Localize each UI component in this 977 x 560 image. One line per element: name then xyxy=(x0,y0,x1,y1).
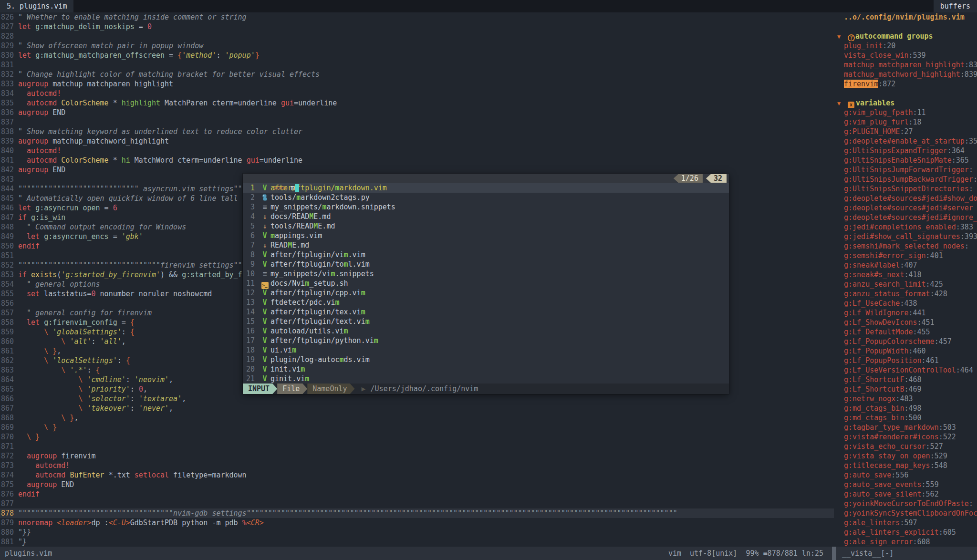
code-line-832[interactable]: 832" Change highlight color of matching … xyxy=(0,70,834,79)
code-line-829[interactable]: 829" Show offscreen match pair in popup … xyxy=(0,41,834,51)
code-line-831[interactable]: 831 xyxy=(0,60,834,70)
code-line-841[interactable]: 841 autocmd ColorScheme * hi MatchWord c… xyxy=(0,156,834,165)
file-result-15[interactable]: 15Vafter/ftplugin/text.vim xyxy=(243,317,729,326)
code-line-879[interactable]: 879nnoremap <leader>dp :<C-U>GdbStartPDB… xyxy=(0,518,834,528)
code-line-874[interactable]: 874 autocmd BufEnter *.txt setlocal file… xyxy=(0,470,834,480)
code-line-872[interactable]: 872 augroup firenvim xyxy=(0,451,834,461)
tab-plugins-vim[interactable]: 5. plugins.vim xyxy=(0,0,73,12)
code-line-866[interactable]: 866 \ 'selector': 'textarea', xyxy=(0,394,834,404)
code-line-842[interactable]: 842augroup END xyxy=(0,165,834,175)
code-line-870[interactable]: 870 \ } xyxy=(0,432,834,442)
code-line-880[interactable]: 880"}} xyxy=(0,528,834,537)
sidebar-item-g:UltiSnipsEnableSnipMate[interactable]: g:UltiSnipsEnableSnipMate:365 xyxy=(836,156,977,165)
sidebar-item-g:vista_stay_on_open[interactable]: g:vista_stay_on_open:529 xyxy=(836,451,977,461)
sidebar-item-g:deoplete#sources#jedi#server_timeout[interactable]: g:deoplete#sources#jedi#server_timeout: xyxy=(836,203,977,213)
sidebar-group-autocommand-groups[interactable]: ▼?autocommand groups xyxy=(836,31,977,41)
sidebar-item-g:yoinkMoveCursorToEndOfPaste[interactable]: g:yoinkMoveCursorToEndOfPaste: xyxy=(836,499,977,508)
code-line-836[interactable]: 836augroup END xyxy=(0,108,834,117)
sidebar-item-g:Lf_DefaultMode[interactable]: g:Lf_DefaultMode:455 xyxy=(836,327,977,337)
code-line-839[interactable]: 839augroup matchup_matchword_highlight xyxy=(0,136,834,146)
sidebar-item-g:auto_save_silent[interactable]: g:auto_save_silent:562 xyxy=(836,489,977,499)
sidebar-item-matchup_matchword_highlight[interactable]: matchup_matchword_highlight:839 xyxy=(836,70,977,79)
sidebar-item-g:anzu_status_format[interactable]: g:anzu_status_format:428 xyxy=(836,289,977,299)
sidebar-item-g:Lf_PopupPosition[interactable]: g:Lf_PopupPosition:461 xyxy=(836,356,977,365)
sidebar-item-g:UltiSnipsJumpForwardTrigger[interactable]: g:UltiSnipsJumpForwardTrigger: xyxy=(836,165,977,175)
sidebar-item-g:UltiSnipsSnippetDirectories[interactable]: g:UltiSnipsSnippetDirectories: xyxy=(836,184,977,194)
code-line-840[interactable]: 840 autocmd! xyxy=(0,146,834,156)
sidebar-item-g:ale_linters_explicit[interactable]: g:ale_linters_explicit:605 xyxy=(836,528,977,537)
file-result-12[interactable]: 12Vafter/ftplugin/cpp.vim xyxy=(243,288,729,298)
sidebar-item-g:auto_save[interactable]: g:auto_save:556 xyxy=(836,470,977,480)
sidebar-group-variables[interactable]: ▼xvariables xyxy=(836,98,977,108)
code-line-827[interactable]: 827let g:matchup_delim_noskips = 0 xyxy=(0,22,834,31)
sidebar-item-matchup_matchparen_highlight[interactable]: matchup_matchparen_highlight:833 xyxy=(836,60,977,70)
file-result-11[interactable]: 11>_docs/Nvim_setup.sh xyxy=(243,279,729,288)
file-result-4[interactable]: 4↓docs/README.md xyxy=(243,212,729,221)
file-result-13[interactable]: 13Vftdetect/pdc.vim xyxy=(243,298,729,307)
file-result-16[interactable]: 16Vautoload/utils.vim xyxy=(243,326,729,336)
sidebar-item-g:sneak#label[interactable]: g:sneak#label:407 xyxy=(836,260,977,270)
sidebar-item-g:deoplete#sources#jedi#show_docstring[interactable]: g:deoplete#sources#jedi#show_docstring: xyxy=(836,194,977,203)
code-line-834[interactable]: 834 autocmd! xyxy=(0,89,834,98)
leaderf-input-row[interactable]: >>> m 1/26 32 xyxy=(243,174,729,183)
sidebar-item-g:vista#renderer#icons[interactable]: g:vista#renderer#icons:522 xyxy=(836,432,977,442)
sidebar-item-g:Lf_WildIgnore[interactable]: g:Lf_WildIgnore:441 xyxy=(836,308,977,318)
code-line-878[interactable]: 878""""""""""""""""""""""""""""""""""""n… xyxy=(0,508,834,518)
file-result-1[interactable]: 1Vafter/ftplugin/markdown.vim xyxy=(243,183,729,193)
sidebar-item-g:auto_save_events[interactable]: g:auto_save_events:559 xyxy=(836,480,977,489)
code-line-828[interactable]: 828 xyxy=(0,31,834,41)
file-result-8[interactable]: 8Vafter/ftplugin/vim.vim xyxy=(243,250,729,259)
sidebar-item-g:PLUGIN_HOME[interactable]: g:PLUGIN_HOME:27 xyxy=(836,127,977,136)
file-result-18[interactable]: 18Vui.vim xyxy=(243,345,729,355)
code-line-877[interactable]: 877 xyxy=(0,499,834,508)
sidebar-item-vista_close_win[interactable]: vista_close_win:539 xyxy=(836,51,977,60)
sidebar-item-g:Lf_ShowDevIcons[interactable]: g:Lf_ShowDevIcons:451 xyxy=(836,318,977,327)
sidebar-item-g:jedi#completions_enabled[interactable]: g:jedi#completions_enabled:383 xyxy=(836,222,977,232)
sidebar-item-g:vim_plug_furl[interactable]: g:vim_plug_furl:18 xyxy=(836,117,977,127)
sidebar-item-g:UltiSnipsExpandTrigger[interactable]: g:UltiSnipsExpandTrigger:364 xyxy=(836,146,977,156)
sidebar-item-g:tagbar_type_markdown[interactable]: g:tagbar_type_markdown:503 xyxy=(836,423,977,432)
sidebar-item-g:Lf_PopupColorscheme[interactable]: g:Lf_PopupColorscheme:457 xyxy=(836,337,977,346)
file-result-2[interactable]: 2tools/markdown2ctags.py xyxy=(243,193,729,202)
file-result-5[interactable]: 5↓tools/README.md xyxy=(243,221,729,231)
file-result-7[interactable]: 7↓README.md xyxy=(243,240,729,250)
code-line-837[interactable]: 837 xyxy=(0,117,834,127)
file-result-3[interactable]: 3≡my_snippets/markdown.snippets xyxy=(243,202,729,212)
sidebar-item-g:semshi#error_sign[interactable]: g:semshi#error_sign:401 xyxy=(836,251,977,260)
buffers-tab[interactable]: buffers xyxy=(934,0,977,12)
code-line-833[interactable]: 833augroup matchup_matchparen_highlight xyxy=(0,79,834,89)
code-line-875[interactable]: 875 augroup END xyxy=(0,480,834,489)
code-line-867[interactable]: 867 \ 'takeover': 'never', xyxy=(0,404,834,413)
sidebar-item-firenvim[interactable]: firenvim:872 xyxy=(836,79,977,89)
sidebar-item-g:Lf_UseCache[interactable]: g:Lf_UseCache:438 xyxy=(836,299,977,308)
file-result-14[interactable]: 14Vafter/ftplugin/tex.vim xyxy=(243,307,729,317)
chevron-down-icon[interactable]: ▼ xyxy=(837,32,848,41)
sidebar-item-g:md_ctags_bin[interactable]: g:md_ctags_bin:498 xyxy=(836,404,977,413)
code-line-838[interactable]: 838" Show matching keyword as underlined… xyxy=(0,127,834,136)
sidebar-item-g:netrw_nogx[interactable]: g:netrw_nogx:483 xyxy=(836,394,977,404)
sidebar-item-g:Lf_UseVersionControlTool[interactable]: g:Lf_UseVersionControlTool:464 xyxy=(836,365,977,375)
sidebar-item-g:jedi#show_call_signatures[interactable]: g:jedi#show_call_signatures:393 xyxy=(836,232,977,241)
sidebar-item-g:ale_sign_error[interactable]: g:ale_sign_error:608 xyxy=(836,537,977,547)
code-line-869[interactable]: 869 \ } xyxy=(0,423,834,432)
sidebar-item-g:yoinkSyncSystemClipboardOnFocus[interactable]: g:yoinkSyncSystemClipboardOnFocus: xyxy=(836,508,977,518)
search-input[interactable]: m xyxy=(291,184,295,192)
file-result-6[interactable]: 6Vmappings.vim xyxy=(243,231,729,240)
file-result-17[interactable]: 17Vafter/ftplugin/python.vim xyxy=(243,336,729,345)
sidebar-item-g:UltiSnipsJumpBackwardTrigger[interactable]: g:UltiSnipsJumpBackwardTrigger: xyxy=(836,175,977,184)
code-line-868[interactable]: 868 \ }, xyxy=(0,413,834,423)
file-result-19[interactable]: 19Vplugin/log-autocmds.vim xyxy=(243,355,729,364)
sidebar-item-g:anzu_search_limit[interactable]: g:anzu_search_limit:425 xyxy=(836,280,977,289)
code-line-830[interactable]: 830let g:matchup_matchparen_offscreen = … xyxy=(0,51,834,60)
chevron-down-icon[interactable]: ▼ xyxy=(837,99,848,108)
code-line-835[interactable]: 835 autocmd ColorScheme * highlight Matc… xyxy=(0,98,834,108)
sidebar-item-g:md_ctags_bin[interactable]: g:md_ctags_bin:500 xyxy=(836,413,977,423)
sidebar-item-plug_init[interactable]: plug_init:20 xyxy=(836,41,977,51)
code-line-881[interactable]: 881"} xyxy=(0,537,834,547)
vista-sidebar[interactable]: ..o/.config/nvim/plugins.vim▼?autocomman… xyxy=(836,12,977,547)
file-result-list[interactable]: 1Vafter/ftplugin/markdown.vim2tools/mark… xyxy=(243,183,729,384)
sidebar-item-g:Lf_ShortcutF[interactable]: g:Lf_ShortcutF:468 xyxy=(836,375,977,384)
sidebar-item-g:vista_echo_cursor[interactable]: g:vista_echo_cursor:527 xyxy=(836,442,977,451)
code-line-876[interactable]: 876endif xyxy=(0,489,834,499)
sidebar-item-g:Lf_ShortcutB[interactable]: g:Lf_ShortcutB:469 xyxy=(836,384,977,394)
